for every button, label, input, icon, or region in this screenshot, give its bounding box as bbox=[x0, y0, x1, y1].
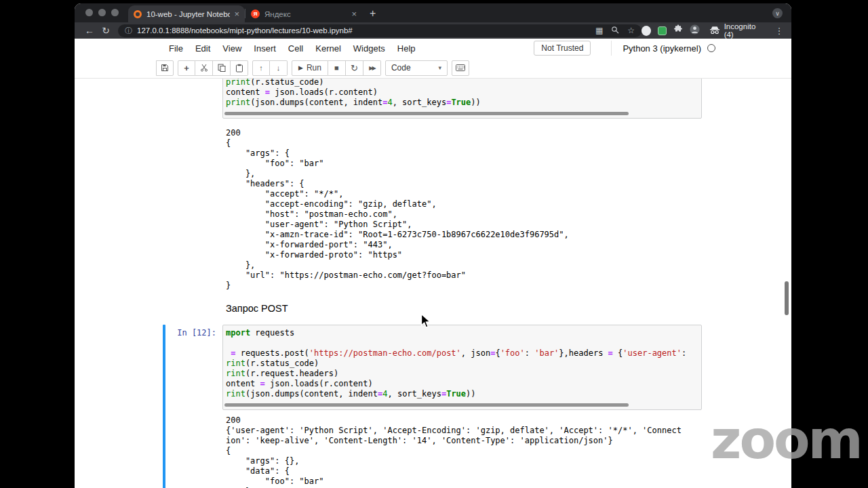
browser-menu-icon[interactable]: ⋮ bbox=[774, 26, 785, 36]
fast-forward-icon: ▶▶ bbox=[369, 65, 374, 71]
window-controls bbox=[75, 9, 128, 22]
cell-type-value: Code bbox=[391, 63, 411, 73]
maximize-window-icon[interactable] bbox=[111, 9, 119, 16]
browser-window: 10-web - Jupyter Notebook × Я Яндекс × +… bbox=[75, 3, 791, 488]
cell-output-text: 200 { "args": { "foo": "bar" }, "headers… bbox=[222, 128, 702, 291]
jupyter-favicon-icon bbox=[134, 10, 142, 18]
back-icon[interactable]: ← bbox=[81, 25, 98, 36]
run-button[interactable]: ▶ Run bbox=[292, 60, 328, 76]
cell-output: 200 { "args": { "foo": "bar" }, "headers… bbox=[222, 119, 702, 291]
bookmark-star-icon[interactable]: ☆ bbox=[627, 26, 635, 35]
move-cell-up-button[interactable]: ↑ bbox=[252, 60, 270, 76]
code-lines[interactable]: mport requests = requests.post('https://… bbox=[226, 328, 698, 399]
reload-icon[interactable]: ↻ bbox=[98, 25, 114, 36]
cell-hscrollbar[interactable] bbox=[224, 112, 629, 115]
kernel-separator bbox=[611, 41, 612, 56]
apps-grid-icon[interactable]: ▦ bbox=[595, 26, 603, 35]
input-prompt: In [12]: bbox=[163, 325, 222, 410]
cell-hscrollbar[interactable] bbox=[224, 403, 629, 407]
paste-cell-button[interactable] bbox=[231, 60, 248, 76]
page-scrollbar[interactable] bbox=[785, 281, 789, 315]
tab-search-icon[interactable]: ∨ bbox=[772, 8, 783, 18]
move-cell-down-button[interactable]: ↓ bbox=[270, 60, 288, 76]
run-label: Run bbox=[307, 63, 321, 73]
interrupt-kernel-button[interactable]: ■ bbox=[328, 60, 346, 76]
markdown-cell[interactable]: Запрос POST bbox=[222, 291, 702, 325]
menu-kernel[interactable]: Kernel bbox=[309, 43, 347, 54]
restart-run-all-button[interactable]: ▶▶ bbox=[363, 60, 381, 76]
restart-kernel-button[interactable]: ↻ bbox=[346, 60, 363, 76]
kernel-idle-icon bbox=[707, 44, 715, 52]
add-cell-button[interactable]: + bbox=[178, 60, 195, 76]
menu-file[interactable]: File bbox=[163, 43, 189, 54]
address-bar-right-icons: Incognito (4) ⋮ bbox=[642, 22, 785, 39]
menu-view[interactable]: View bbox=[216, 43, 248, 54]
cell-output-text: 200 {'user-agent': 'Python Script', 'Acc… bbox=[222, 415, 702, 488]
incognito-icon bbox=[709, 26, 720, 36]
close-tab-icon[interactable]: × bbox=[347, 9, 357, 18]
kernel-name: Python 3 (ipykernel) bbox=[623, 43, 701, 54]
code-editor[interactable]: print(r.status_code)content = json.loads… bbox=[222, 79, 702, 119]
avatar-icon[interactable] bbox=[690, 24, 700, 37]
browser-tab-strip: 10-web - Jupyter Notebook × Я Яндекс × +… bbox=[75, 3, 791, 22]
code-editor[interactable]: mport requests = requests.post('https://… bbox=[222, 325, 702, 410]
input-prompt bbox=[163, 79, 222, 119]
minimize-window-icon[interactable] bbox=[98, 9, 106, 16]
menu-widgets[interactable]: Widgets bbox=[347, 43, 391, 54]
menu-insert[interactable]: Insert bbox=[248, 43, 282, 54]
tab-jupyter-notebook[interactable]: 10-web - Jupyter Notebook × bbox=[128, 5, 245, 22]
command-palette-button[interactable] bbox=[452, 60, 469, 76]
notebook-content: print(r.status_code)content = json.loads… bbox=[75, 79, 791, 488]
profile-circle-icon[interactable] bbox=[642, 26, 651, 36]
new-tab-button[interactable]: + bbox=[362, 8, 383, 22]
menu-edit[interactable]: Edit bbox=[189, 43, 216, 54]
cut-cell-button[interactable] bbox=[195, 60, 213, 76]
code-cell-partial: print(r.status_code)content = json.loads… bbox=[163, 79, 702, 119]
tab-title: Яндекс bbox=[264, 10, 347, 18]
menu-cell[interactable]: Cell bbox=[282, 43, 309, 54]
url-text: 127.0.0.1:8888/notebooks/mipt-python/lec… bbox=[137, 26, 587, 35]
menu-help[interactable]: Help bbox=[391, 43, 422, 54]
code-cell: In [12]: mport requests = requests.post(… bbox=[163, 325, 702, 410]
copy-cell-button[interactable] bbox=[213, 60, 231, 76]
markdown-text: Запрос POST bbox=[226, 303, 288, 314]
cell-type-dropdown[interactable]: Code ▾ bbox=[385, 60, 448, 76]
address-input[interactable]: ⓘ 127.0.0.1:8888/notebooks/mipt-python/l… bbox=[118, 24, 642, 37]
tab-yandex[interactable]: Я Яндекс × bbox=[245, 5, 362, 22]
save-button[interactable] bbox=[156, 60, 174, 76]
chevron-down-icon: ▾ bbox=[438, 64, 441, 71]
mouse-cursor-icon bbox=[420, 313, 433, 332]
notebook-toolbar: + ↑ ↓ ▶ Run ■ ↻ bbox=[75, 58, 791, 79]
tab-title: 10-web - Jupyter Notebook bbox=[146, 10, 230, 18]
close-window-icon[interactable] bbox=[85, 9, 93, 16]
extension-green-icon[interactable] bbox=[658, 26, 666, 35]
zoom-watermark: zoom bbox=[711, 409, 861, 470]
notebook-menubar: File Edit View Insert Cell Kernel Widget… bbox=[75, 39, 791, 58]
shared-screen: 10-web - Jupyter Notebook × Я Яндекс × +… bbox=[0, 0, 868, 488]
code-lines[interactable]: print(r.status_code)content = json.loads… bbox=[226, 79, 698, 108]
yandex-favicon-icon: Я bbox=[251, 9, 260, 18]
zoom-search-icon[interactable] bbox=[611, 26, 619, 35]
browser-address-bar: ← ↻ ⓘ 127.0.0.1:8888/notebooks/mipt-pyth… bbox=[75, 22, 791, 39]
extensions-puzzle-icon[interactable] bbox=[673, 24, 683, 37]
close-tab-icon[interactable]: × bbox=[230, 9, 239, 18]
not-trusted-button[interactable]: Not Trusted bbox=[534, 41, 591, 56]
selected-code-cell: In [12]: mport requests = requests.post(… bbox=[163, 325, 702, 488]
incognito-label: Incognito (4) bbox=[724, 22, 764, 39]
cell-output: 200 {'user-agent': 'Python Script', 'Acc… bbox=[222, 410, 702, 488]
play-icon: ▶ bbox=[298, 64, 303, 71]
site-info-icon[interactable]: ⓘ bbox=[125, 27, 132, 35]
incognito-badge: Incognito (4) bbox=[707, 22, 767, 39]
